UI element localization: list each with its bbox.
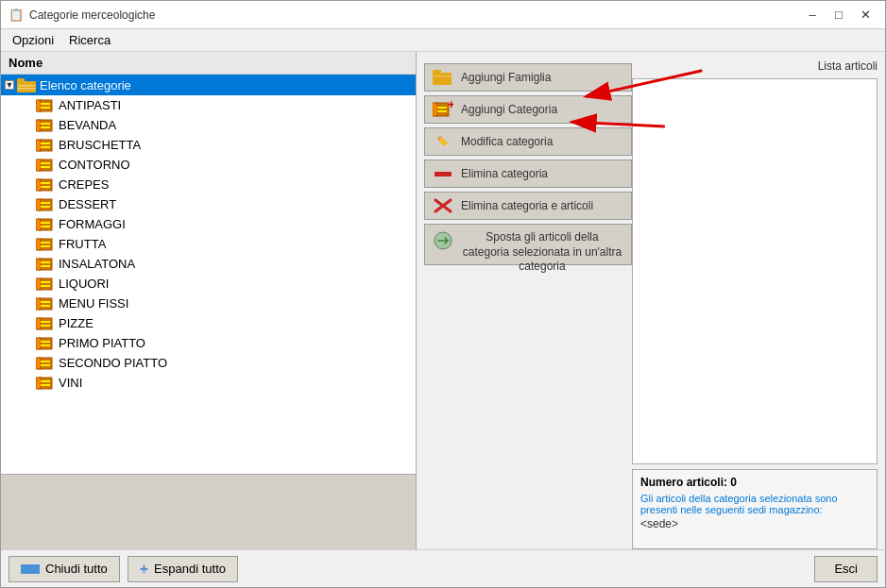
lista-articoli-label: Lista articoli bbox=[818, 59, 877, 73]
info-sede: <sede> bbox=[640, 517, 869, 530]
add-family-button[interactable]: Aggiungi Famiglia bbox=[424, 63, 632, 92]
expand-all-label: Espandi tutto bbox=[154, 562, 226, 576]
tree-label-antipasti: ANTIPASTI bbox=[59, 98, 121, 112]
maximize-button[interactable]: □ bbox=[826, 5, 851, 25]
tree-item-menu-fissi[interactable]: MENU FISSI bbox=[1, 294, 416, 313]
menu-opzioni[interactable]: Opzioni bbox=[5, 31, 61, 49]
svg-rect-33 bbox=[36, 239, 41, 250]
tree-label-bevanda: BEVANDA bbox=[59, 118, 116, 132]
svg-rect-53 bbox=[36, 338, 41, 349]
svg-rect-9 bbox=[36, 120, 41, 131]
svg-rect-68 bbox=[433, 103, 437, 116]
svg-rect-50 bbox=[41, 321, 50, 323]
svg-rect-58 bbox=[41, 361, 50, 362]
edit-category-button[interactable]: Modifica categoria bbox=[424, 127, 632, 156]
tree-item-dessert[interactable]: DESSERT bbox=[1, 194, 416, 214]
svg-rect-34 bbox=[41, 242, 50, 244]
expand-all-button[interactable]: + Espandi tutto bbox=[128, 556, 238, 582]
category-icon-contorno bbox=[36, 159, 55, 172]
info-description: Gli articoli della categoria selezionata… bbox=[640, 493, 869, 515]
tree-label-vini: VINI bbox=[59, 376, 82, 390]
add-category-button[interactable]: + Aggiungi Categoria bbox=[424, 95, 632, 124]
tree-item-secondo-piatto[interactable]: SECONDO PIATTO bbox=[1, 353, 416, 373]
tree-item-liquori[interactable]: LIQUORI bbox=[1, 274, 416, 294]
svg-rect-43 bbox=[41, 285, 50, 287]
tree-item-crepes[interactable]: CREPES bbox=[1, 175, 416, 194]
main-window: 📋 Categorie merceologiche – □ ✕ Opzioni … bbox=[0, 0, 886, 588]
svg-rect-55 bbox=[41, 344, 50, 346]
tree-label-crepes: CREPES bbox=[59, 177, 109, 192]
svg-rect-65 bbox=[433, 70, 441, 74]
svg-rect-27 bbox=[41, 206, 50, 208]
tree-item-antipasti[interactable]: ANTIPASTI bbox=[1, 95, 416, 115]
tree-label-pizze: PIZZE bbox=[59, 316, 94, 330]
move-articles-button[interactable]: Sposta gli articoli della categoria sele… bbox=[424, 224, 632, 265]
tree-item-primo-piatto[interactable]: PRIMO PIATTO bbox=[1, 333, 416, 353]
delete-category-articles-label: Elimina categoria e articoli bbox=[461, 199, 593, 212]
svg-rect-31 bbox=[41, 226, 50, 227]
svg-rect-49 bbox=[36, 318, 41, 329]
svg-rect-23 bbox=[41, 186, 50, 188]
svg-rect-15 bbox=[41, 146, 50, 148]
red-x-icon bbox=[433, 195, 453, 216]
bottom-bar: Chiudi tutto + Espandi tutto Esci bbox=[1, 549, 885, 587]
tree-item-bruschetta[interactable]: BRUSCHETTA bbox=[1, 135, 416, 155]
svg-rect-5 bbox=[36, 100, 41, 111]
tree-item-insalatona[interactable]: INSALATONA bbox=[1, 254, 416, 274]
bottom-left-buttons: Chiudi tutto + Espandi tutto bbox=[9, 556, 238, 582]
tree-label-frutta: FRUTTA bbox=[59, 237, 106, 251]
tree-item-frutta[interactable]: FRUTTA bbox=[1, 234, 416, 254]
svg-rect-7 bbox=[41, 107, 50, 109]
svg-rect-19 bbox=[41, 166, 50, 168]
svg-rect-29 bbox=[36, 219, 41, 230]
category-icon-primopiatto bbox=[36, 337, 55, 350]
tree-item-vini[interactable]: VINI bbox=[1, 373, 416, 393]
svg-rect-63 bbox=[41, 384, 50, 386]
category-icon-pizze bbox=[36, 317, 55, 330]
svg-rect-17 bbox=[36, 160, 41, 171]
category-icon-bruschetta bbox=[36, 139, 55, 152]
tree-item-bevanda[interactable]: BEVANDA bbox=[1, 115, 416, 135]
svg-rect-62 bbox=[41, 380, 50, 382]
exit-button[interactable]: Esci bbox=[814, 556, 877, 582]
tree-label-bruschetta: BRUSCHETTA bbox=[59, 138, 141, 152]
close-all-label: Chiudi tutto bbox=[45, 562, 108, 576]
tree-item-formaggi[interactable]: FORMAGGI bbox=[1, 214, 416, 234]
pencil-icon bbox=[433, 131, 453, 152]
tree-item-contorno[interactable]: CONTORNO bbox=[1, 155, 416, 175]
svg-rect-66 bbox=[434, 76, 451, 77]
svg-rect-45 bbox=[36, 298, 41, 310]
category-add-icon: + bbox=[433, 99, 453, 120]
category-icon-dessert bbox=[36, 198, 55, 211]
svg-rect-51 bbox=[41, 325, 50, 327]
article-list-area[interactable] bbox=[632, 78, 877, 464]
menu-ricerca[interactable]: Ricerca bbox=[61, 31, 118, 49]
category-icon-crepes bbox=[36, 178, 55, 192]
delete-category-button[interactable]: Elimina categoria bbox=[424, 160, 632, 188]
svg-rect-42 bbox=[41, 281, 50, 283]
svg-rect-1 bbox=[17, 78, 25, 82]
tree-area[interactable]: ▼ Elenco categorie bbox=[1, 75, 416, 474]
minimize-button[interactable]: – bbox=[800, 5, 825, 25]
svg-rect-3 bbox=[18, 88, 35, 90]
delete-category-articles-button[interactable]: Elimina categoria e articoli bbox=[424, 192, 632, 220]
svg-rect-14 bbox=[41, 143, 50, 144]
svg-rect-54 bbox=[41, 341, 50, 343]
svg-rect-2 bbox=[18, 85, 35, 87]
category-icon-secondopiatto bbox=[36, 357, 55, 370]
svg-rect-57 bbox=[36, 358, 41, 369]
tree-root[interactable]: ▼ Elenco categorie bbox=[1, 75, 416, 95]
svg-rect-59 bbox=[41, 364, 50, 366]
svg-rect-69 bbox=[437, 107, 447, 109]
tree-label-menufissi: MENU FISSI bbox=[59, 296, 128, 311]
svg-rect-30 bbox=[41, 222, 50, 224]
delete-category-label: Elimina categoria bbox=[461, 167, 548, 180]
close-button[interactable]: ✕ bbox=[853, 5, 877, 25]
left-panel: Nome ▼ Elenco categorie bbox=[1, 52, 417, 549]
svg-rect-26 bbox=[41, 202, 50, 204]
close-all-button[interactable]: Chiudi tutto bbox=[9, 556, 120, 582]
svg-rect-38 bbox=[41, 261, 50, 263]
tree-item-pizze[interactable]: PIZZE bbox=[1, 313, 416, 333]
svg-rect-25 bbox=[36, 199, 41, 210]
svg-rect-46 bbox=[41, 301, 50, 303]
